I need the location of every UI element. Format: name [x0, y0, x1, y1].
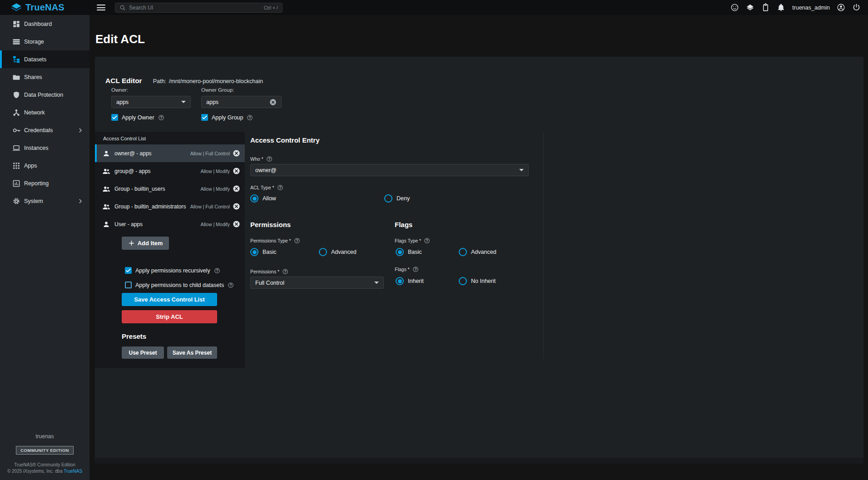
- permissions-section-title: Permissions: [250, 221, 291, 228]
- who-select[interactable]: owner@: [250, 164, 529, 176]
- presets-actions: Use Preset Save As Preset: [122, 346, 245, 359]
- radio-label: No Inherit: [471, 278, 496, 284]
- use-preset-button[interactable]: Use Preset: [122, 346, 164, 359]
- remove-entry-button[interactable]: [233, 149, 240, 157]
- path-label: Path:: [153, 78, 166, 84]
- acl-editor-card: ACL Editor Path: /mnt/monero-pool/monero…: [95, 57, 863, 464]
- radio-unselected-icon: [459, 277, 467, 285]
- strip-acl-button[interactable]: Strip ACL: [122, 310, 217, 323]
- chevron-right-icon: [77, 198, 84, 204]
- sidebar-item-storage[interactable]: Storage: [0, 33, 89, 50]
- sidebar-item-label: Storage: [24, 39, 44, 45]
- plus-icon: [128, 240, 135, 247]
- help-icon[interactable]: [214, 267, 220, 274]
- sidebar-item-reporting[interactable]: Reporting: [0, 174, 89, 192]
- sidebar-item-network[interactable]: Network: [0, 104, 89, 121]
- save-acl-button[interactable]: Save Access Control List: [122, 293, 217, 306]
- sidebar-item-label: Datasets: [24, 56, 46, 63]
- group-icon: [102, 203, 110, 211]
- brand-logo[interactable]: TrueNAS: [0, 2, 89, 13]
- remove-entry-button[interactable]: [233, 220, 240, 228]
- add-item-button[interactable]: Add Item: [122, 237, 169, 250]
- group-icon: [102, 167, 110, 175]
- sidebar-item-label: Apps: [24, 163, 37, 169]
- jobs-clipboard-button[interactable]: [761, 3, 770, 12]
- save-as-preset-button[interactable]: Save As Preset: [167, 346, 217, 359]
- remove-entry-button[interactable]: [233, 167, 240, 175]
- sidebar-item-data-protection[interactable]: Data Protection: [0, 86, 89, 104]
- acl-entry-row[interactable]: owner@ - apps Allow | Full Control: [95, 144, 245, 162]
- permissions-type-advanced-radio[interactable]: Advanced: [319, 248, 357, 256]
- sidebar-item-system[interactable]: System: [0, 192, 89, 210]
- acl-type-allow-radio[interactable]: Allow: [250, 194, 276, 203]
- flags-type-label-text: Flags Type *: [395, 238, 421, 243]
- permissions-type-basic-radio[interactable]: Basic: [250, 248, 277, 256]
- flags-no-inherit-radio[interactable]: No Inherit: [459, 277, 496, 285]
- chevron-down-icon: [181, 101, 186, 103]
- instances-laptop-icon: [12, 144, 20, 152]
- menu-button[interactable]: [97, 5, 105, 10]
- acl-entry-permission: Allow | Modify: [200, 168, 233, 174]
- acl-entry-row[interactable]: Group - builtin_users Allow | Modify: [95, 180, 245, 198]
- flags-type-basic-radio[interactable]: Basic: [396, 248, 422, 256]
- acl-entry-row[interactable]: Group - builtin_administrators Allow | F…: [95, 198, 245, 215]
- sidebar-item-shares[interactable]: Shares: [0, 68, 89, 86]
- flags-type-advanced-radio[interactable]: Advanced: [459, 248, 496, 256]
- acl-entry-row[interactable]: User - apps Allow | Modify: [95, 215, 245, 233]
- search-icon: [119, 5, 126, 11]
- who-label: Who *: [250, 156, 273, 162]
- help-icon[interactable]: [294, 238, 300, 244]
- help-icon[interactable]: [158, 114, 164, 121]
- owner-group-label: Owner Group:: [201, 87, 234, 93]
- acl-entry-name: Group - builtin_administrators: [114, 203, 186, 210]
- copyright-brand-link[interactable]: TrueNAS: [64, 469, 82, 474]
- help-icon[interactable]: [228, 282, 234, 288]
- logged-in-username: truenas_admin: [792, 5, 830, 11]
- sidebar-item-instances[interactable]: Instances: [0, 139, 89, 157]
- help-icon[interactable]: [266, 156, 273, 162]
- power-button[interactable]: [852, 3, 861, 12]
- help-icon[interactable]: [412, 266, 419, 272]
- radio-selected-icon: [396, 277, 404, 285]
- sidebar-item-datasets[interactable]: Datasets: [0, 50, 89, 68]
- sidebar-item-dashboard[interactable]: Dashboard: [0, 15, 89, 33]
- recursive-checkbox[interactable]: Apply permissions recursively: [125, 267, 245, 274]
- child-datasets-checkbox[interactable]: Apply permissions to child datasets: [125, 282, 245, 288]
- flags-type-label: Flags Type *: [395, 238, 430, 244]
- remove-entry-button[interactable]: [233, 185, 240, 193]
- owner-group-input[interactable]: apps: [201, 96, 282, 108]
- flags-section-title: Flags: [395, 221, 412, 228]
- sidebar-item-credentials[interactable]: Credentials: [0, 121, 89, 139]
- sidebar-footer: truenas COMMUNITY EDITION TrueNAS® Commu…: [0, 433, 89, 474]
- help-icon[interactable]: [424, 238, 430, 244]
- help-icon[interactable]: [277, 184, 283, 191]
- apply-group-checkbox[interactable]: Apply Group: [201, 114, 253, 121]
- notifications-button[interactable]: [777, 3, 785, 12]
- acl-entry-row[interactable]: group@ - apps Allow | Modify: [95, 162, 245, 180]
- owner-group-value: apps: [206, 99, 218, 105]
- permissions-select[interactable]: Full Control: [250, 277, 384, 289]
- radio-unselected-icon: [459, 248, 467, 256]
- sidebar-item-apps[interactable]: Apps: [0, 157, 89, 174]
- topbar: TrueNAS Ctrl + / truenas_admin: [0, 0, 868, 15]
- copyright-text: © 2025 iXsystems, Inc. dba TrueNAS: [0, 469, 89, 474]
- owner-label: Owner:: [111, 87, 128, 93]
- acl-type-deny-radio[interactable]: Deny: [384, 194, 410, 203]
- help-icon[interactable]: [282, 268, 288, 275]
- apply-owner-checkbox[interactable]: Apply Owner: [111, 114, 164, 121]
- clear-input-icon[interactable]: [269, 99, 277, 106]
- flags-inherit-radio[interactable]: Inherit: [396, 277, 424, 285]
- presets-title: Presets: [122, 332, 245, 340]
- radio-label: Inherit: [408, 278, 424, 284]
- acl-editor-title: ACL Editor: [105, 77, 142, 85]
- help-icon[interactable]: [247, 114, 253, 121]
- feedback-button[interactable]: [730, 3, 739, 12]
- search-box[interactable]: Ctrl + /: [115, 3, 283, 13]
- account-button[interactable]: [837, 3, 845, 12]
- search-input[interactable]: [129, 5, 261, 11]
- remove-entry-button[interactable]: [233, 203, 240, 210]
- sidebar-item-label: System: [24, 198, 43, 204]
- owner-select[interactable]: apps: [111, 96, 191, 108]
- layers-button[interactable]: [746, 3, 754, 12]
- apply-owner-label: Apply Owner: [122, 114, 154, 121]
